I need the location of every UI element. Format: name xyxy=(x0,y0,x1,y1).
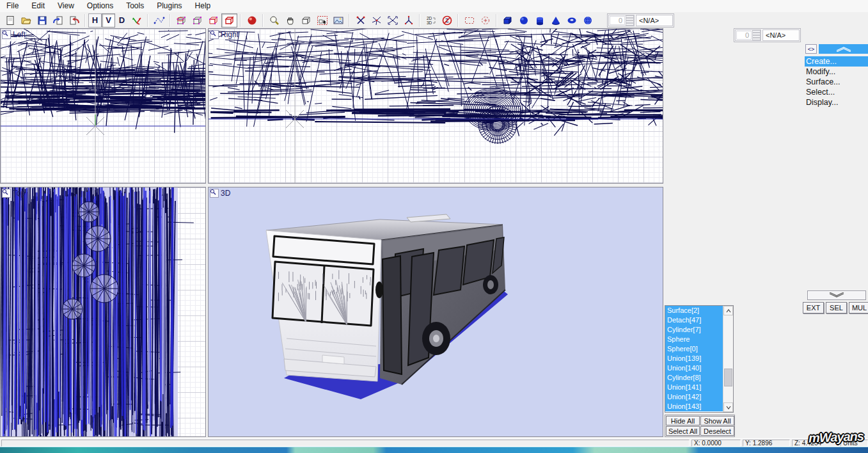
toggle-d-button[interactable]: D xyxy=(115,13,129,28)
scroll-thumb[interactable] xyxy=(724,369,732,386)
toolbar-na-dropdown[interactable]: <N/A> xyxy=(636,15,673,26)
vertices-mode-button[interactable] xyxy=(173,13,189,28)
weld-star-icon xyxy=(371,15,383,26)
create-sphere-button[interactable] xyxy=(516,13,532,28)
local-axes-button[interactable] xyxy=(400,13,416,28)
toolbar-spinner-value: 0 xyxy=(610,16,625,25)
import-button[interactable] xyxy=(50,13,66,28)
weld-target-button[interactable] xyxy=(384,13,400,28)
panel-menu-display[interactable]: Display... xyxy=(805,97,868,107)
no-z-icon: Z xyxy=(441,15,453,26)
scroll-up-button[interactable] xyxy=(723,306,733,315)
viewport-top[interactable]: Top xyxy=(0,187,206,437)
viewport-maximize-button[interactable] xyxy=(2,189,11,198)
delete-vertex-icon xyxy=(355,15,367,26)
background-view-button[interactable] xyxy=(330,13,346,28)
delete-vertex-button[interactable] xyxy=(352,13,368,28)
export-arrow-icon xyxy=(68,15,80,26)
toolbar-spinner[interactable]: 0 xyxy=(608,15,635,26)
spinner-down-button[interactable] xyxy=(752,35,761,40)
export-button[interactable] xyxy=(66,13,82,28)
create-geosphere-button[interactable] xyxy=(580,13,596,28)
list-item[interactable]: Union[141] xyxy=(665,383,723,392)
zoom-tool-button[interactable] xyxy=(266,13,282,28)
toggle-horizontal-button[interactable]: H xyxy=(88,13,102,28)
ext-mode-button[interactable]: EXT xyxy=(803,302,824,314)
viewport-3d[interactable]: 3D xyxy=(208,187,663,437)
menu-edit[interactable]: Edit xyxy=(25,0,51,12)
panel-expander-button[interactable]: <> xyxy=(805,44,817,54)
panel-more-button[interactable] xyxy=(807,290,866,300)
panel-menu-surface[interactable]: Surface... xyxy=(805,77,868,87)
hide-all-button[interactable]: Hide All xyxy=(666,416,700,425)
panel-menu-create[interactable]: Create... xyxy=(805,56,868,67)
select-all-button[interactable]: Select All xyxy=(666,426,700,436)
edges-mode-button[interactable] xyxy=(189,13,205,28)
viewport-right-view[interactable]: Right xyxy=(208,28,663,184)
objects-mode-button[interactable] xyxy=(221,13,237,28)
create-cylinder-button[interactable] xyxy=(532,13,548,28)
magnifier-icon xyxy=(269,15,280,26)
menu-options[interactable]: Options xyxy=(81,0,120,12)
box-primitive-icon xyxy=(502,15,514,26)
viewport-left[interactable]: Left xyxy=(0,28,206,184)
create-cone-button[interactable] xyxy=(548,13,564,28)
list-item[interactable]: Surface[2] xyxy=(665,306,723,315)
save-file-button[interactable] xyxy=(34,13,50,28)
select-rectangle-button[interactable] xyxy=(461,13,477,28)
list-item[interactable]: Sphere xyxy=(665,335,723,344)
select-cube-icon xyxy=(317,15,328,26)
chevron-up-icon xyxy=(726,309,731,313)
render-button[interactable] xyxy=(244,13,260,28)
menu-help[interactable]: Help xyxy=(189,0,217,12)
list-item[interactable]: Sphere[0] xyxy=(665,344,723,354)
list-item[interactable]: Union[139] xyxy=(665,354,723,363)
sel-mode-button[interactable]: SEL xyxy=(826,302,847,314)
toolbar-separator xyxy=(349,14,350,27)
faces-mode-button[interactable] xyxy=(205,13,221,28)
create-box-button[interactable] xyxy=(500,13,516,28)
create-torus-button[interactable] xyxy=(564,13,580,28)
chevron-up-icon xyxy=(835,46,852,52)
menu-view[interactable]: View xyxy=(51,0,81,12)
panel-menu-select[interactable]: Select... xyxy=(805,87,868,97)
select-circle-button[interactable] xyxy=(477,13,493,28)
viewport-maximize-button[interactable] xyxy=(210,189,219,198)
panel-spinner[interactable]: 0 xyxy=(735,29,761,41)
menu-file[interactable]: File xyxy=(0,0,25,12)
axes-button[interactable] xyxy=(129,13,145,28)
select-object-tool-button[interactable] xyxy=(314,13,330,28)
attach-tool-button[interactable] xyxy=(151,13,167,28)
weld-vertices-button[interactable] xyxy=(368,13,384,28)
menu-tools[interactable]: Tools xyxy=(120,0,150,12)
panel-menu-modify[interactable]: Modify... xyxy=(805,67,868,77)
show-all-button[interactable]: Show All xyxy=(700,416,734,425)
magnifier-icon xyxy=(2,30,8,36)
list-item[interactable]: Detach[47] xyxy=(665,315,723,325)
list-item[interactable]: Union[142] xyxy=(665,392,723,402)
panel-collapse-bar[interactable] xyxy=(819,44,868,54)
list-item[interactable]: Cylinder[7] xyxy=(665,325,723,335)
deselect-button[interactable]: Deselect xyxy=(700,426,734,436)
axis-triad-icon xyxy=(403,15,414,26)
spinner-down-button[interactable] xyxy=(626,20,634,26)
list-scrollbar[interactable] xyxy=(723,306,733,412)
list-item[interactable]: Union[140] xyxy=(665,363,723,373)
toggle-vertical-button[interactable]: V xyxy=(102,13,115,28)
mul-mode-button[interactable]: MUL xyxy=(849,302,868,314)
list-item[interactable]: Union[143] xyxy=(665,402,723,411)
new-file-button[interactable] xyxy=(2,13,18,28)
toggle-2d-3d-button[interactable]: 2D3D xyxy=(423,13,439,28)
orbit-tool-button[interactable] xyxy=(298,13,314,28)
panel-na-dropdown[interactable]: <N/A> xyxy=(762,29,800,41)
pan-tool-button[interactable] xyxy=(282,13,298,28)
spinner-up-button[interactable] xyxy=(752,30,761,35)
list-item[interactable]: Cylinder[8] xyxy=(665,373,723,383)
menu-plugins[interactable]: Plugins xyxy=(150,0,188,12)
viewport-maximize-button[interactable] xyxy=(210,30,219,39)
viewport-maximize-button[interactable] xyxy=(2,30,11,39)
open-file-button[interactable] xyxy=(18,13,34,28)
lock-z-axis-button[interactable]: Z xyxy=(439,13,455,28)
spinner-up-button[interactable] xyxy=(626,15,634,20)
scroll-down-button[interactable] xyxy=(723,402,733,412)
